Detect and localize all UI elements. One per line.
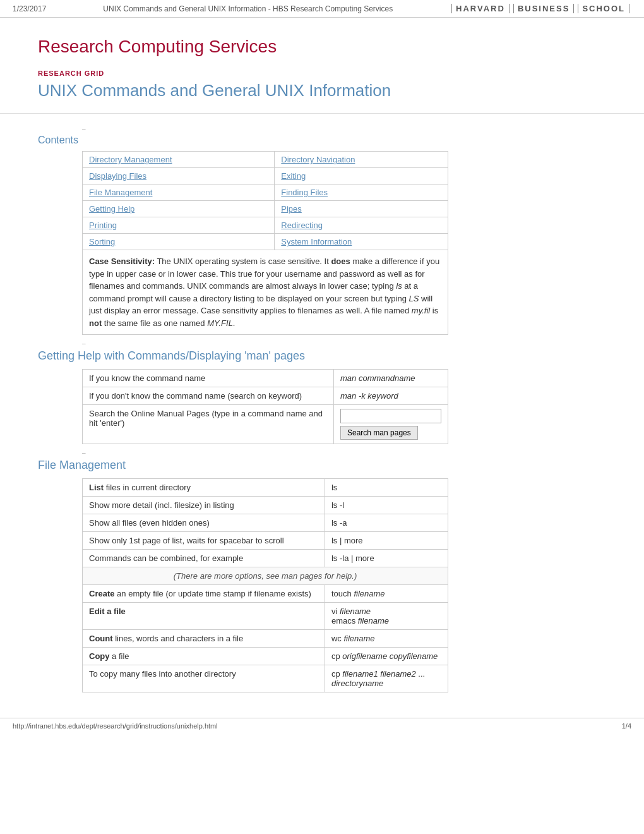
logo-business: BUSINESS (513, 4, 574, 13)
toc-link[interactable]: File Management (89, 188, 152, 197)
logo-harvard: HARVARD (451, 4, 510, 13)
fm-note: (There are more options, see man pages f… (83, 567, 448, 585)
toc-row: Getting HelpPipes (83, 201, 448, 217)
file-management-row: Show more detail (incl. filesize) in lis… (83, 497, 448, 514)
fm-desc: List files in current directory (83, 479, 325, 497)
divider-dash: – (82, 125, 606, 132)
fm-desc: Show only 1st page of list, waits for sp… (83, 532, 325, 550)
footer-bar: http://intranet.hbs.edu/dept/research/gr… (0, 718, 644, 734)
top-bar: 1/23/2017 UNIX Commands and General UNIX… (0, 0, 644, 18)
help-cmd: Search man pages (334, 405, 448, 444)
toc-link[interactable]: Getting Help (89, 204, 134, 214)
toc-link[interactable]: Directory Navigation (281, 155, 355, 164)
page-tab-title: UNIX Commands and General UNIX Informati… (46, 4, 450, 13)
fm-desc: Commands can be combined, for example (83, 550, 325, 567)
file-management-heading: File Management (38, 459, 606, 472)
man-search-input[interactable] (340, 409, 441, 423)
hbs-logo: HARVARDBUSINESSSCHOOL (450, 4, 631, 13)
toc-link[interactable]: Redirecting (281, 221, 323, 230)
file-management-row: List files in current directoryls (83, 479, 448, 497)
help-desc: Search the Online Manual Pages (type in … (83, 405, 334, 444)
divider-dash3: – (82, 449, 606, 456)
file-management-row: Commands can be combined, for examplels … (83, 550, 448, 567)
toc-row: Directory ManagementDirectory Navigation (83, 152, 448, 168)
site-title: Research Computing Services (38, 37, 606, 57)
fm-cmd: ls -l (325, 497, 448, 514)
file-management-row: Copy a filecp origfilename copyfilename (83, 648, 448, 665)
toc-row: PrintingRedirecting (83, 217, 448, 234)
fm-desc: Count lines, words and characters in a f… (83, 630, 325, 648)
toc-table: Directory ManagementDirectory Navigation… (82, 151, 448, 335)
toc-link[interactable]: Printing (89, 221, 117, 230)
help-row: If you know the command nameman commandn… (83, 370, 448, 387)
fm-cmd: cp filename1 filename2 ...directoryname (325, 665, 448, 692)
footer-url: http://intranet.hbs.edu/dept/research/gr… (13, 722, 218, 730)
search-man-pages-button[interactable]: Search man pages (340, 426, 418, 440)
help-desc: If you don't know the command name (sear… (83, 387, 334, 405)
fm-cmd: ls -a (325, 514, 448, 532)
file-management-row: Show all files (even hidden ones)ls -a (83, 514, 448, 532)
help-row: Search the Online Manual Pages (type in … (83, 405, 448, 444)
breadcrumb: RESEARCH GRID (38, 70, 606, 77)
file-management-row: (There are more options, see man pages f… (83, 567, 448, 585)
file-management-row: To copy many files into another director… (83, 665, 448, 692)
getting-help-table: If you know the command nameman commandn… (82, 369, 448, 444)
file-management-table: List files in current directorylsShow mo… (82, 478, 448, 692)
fm-desc: Show more detail (incl. filesize) in lis… (83, 497, 325, 514)
footer-page: 1/4 (622, 722, 631, 730)
fm-desc: Edit a file (83, 603, 325, 630)
case-sensitivity-note: Case Sensitivity: The UNIX operating sys… (83, 250, 448, 335)
toc-link[interactable]: Finding Files (281, 188, 328, 197)
help-row: If you don't know the command name (sear… (83, 387, 448, 405)
file-management-row: Edit a filevi filenameemacs filename (83, 603, 448, 630)
toc-link[interactable]: Directory Management (89, 155, 172, 164)
fm-cmd: ls | more (325, 532, 448, 550)
toc-link[interactable]: Sorting (89, 237, 115, 246)
toc-link[interactable]: Pipes (281, 204, 302, 214)
fm-cmd: ls -la | more (325, 550, 448, 567)
logo-school: SCHOOL (578, 4, 629, 13)
help-desc: If you know the command name (83, 370, 334, 387)
main-content: – Contents Directory ManagementDirectory… (0, 114, 644, 711)
fm-cmd: cp origfilename copyfilename (325, 648, 448, 665)
toc-link[interactable]: Displaying Files (89, 171, 146, 181)
toc-row: Displaying FilesExiting (83, 168, 448, 184)
toc-link[interactable]: Exiting (281, 171, 306, 181)
fm-desc: Create an empty file (or update time sta… (83, 585, 325, 603)
help-cmd: man -k keyword (334, 387, 448, 405)
fm-cmd: ls (325, 479, 448, 497)
toc-row: File ManagementFinding Files (83, 184, 448, 201)
toc-row: SortingSystem Information (83, 234, 448, 250)
file-management-row: Create an empty file (or update time sta… (83, 585, 448, 603)
contents-heading: Contents (38, 135, 606, 146)
fm-desc: Show all files (even hidden ones) (83, 514, 325, 532)
fm-cmd: vi filenameemacs filename (325, 603, 448, 630)
fm-desc: Copy a file (83, 648, 325, 665)
fm-desc: To copy many files into another director… (83, 665, 325, 692)
header-section: Research Computing Services RESEARCH GRI… (0, 18, 644, 114)
help-cmd: man commandname (334, 370, 448, 387)
fm-cmd: wc filename (325, 630, 448, 648)
page-title: UNIX Commands and General UNIX Informati… (38, 81, 606, 100)
toc-link[interactable]: System Information (281, 237, 352, 246)
file-management-row: Show only 1st page of list, waits for sp… (83, 532, 448, 550)
divider-dash2: – (82, 340, 606, 347)
getting-help-heading: Getting Help with Commands/Displaying 'm… (38, 349, 606, 363)
date-label: 1/23/2017 (13, 4, 46, 13)
file-management-row: Count lines, words and characters in a f… (83, 630, 448, 648)
fm-cmd: touch filename (325, 585, 448, 603)
